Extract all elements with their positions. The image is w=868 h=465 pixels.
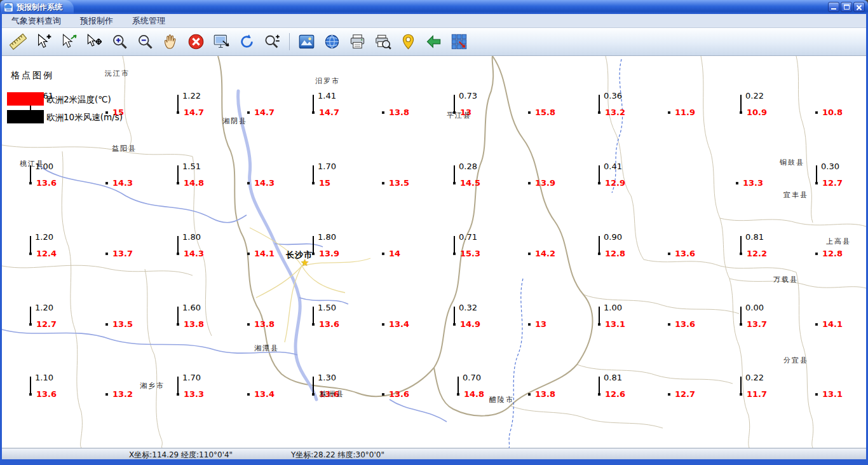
wind-barb-icon bbox=[599, 95, 600, 113]
restore-button[interactable] bbox=[841, 2, 852, 12]
wind-barb-icon bbox=[30, 377, 31, 394]
globe-tool-button[interactable] bbox=[321, 31, 342, 53]
station-dot-icon bbox=[668, 393, 670, 396]
wind-barb-icon bbox=[740, 236, 742, 254]
menu-item-weather-data-query[interactable]: 气象资料查询 bbox=[2, 15, 71, 27]
print-preview-tool-button[interactable] bbox=[372, 31, 393, 53]
temperature-value: 10.9 bbox=[747, 108, 767, 117]
wind-speed-value: 1.51 bbox=[182, 162, 201, 171]
map-canvas[interactable]: 沅江市汨罗市湘阴县平江县益阳县桃江县铜鼓县宜丰县上高县万载县长沙市湘潭县湘乡市株… bbox=[2, 56, 866, 448]
window-title: 预报制作系统 bbox=[17, 2, 62, 13]
wind-speed-value: 0.71 bbox=[459, 232, 477, 242]
menubar: 气象资料查询预报制作系统管理 bbox=[2, 14, 866, 28]
zoom-out-tool-button[interactable] bbox=[134, 31, 156, 53]
map-label-county: 醴陵市 bbox=[489, 395, 514, 405]
move-tool-icon bbox=[86, 33, 103, 50]
temperature-value: 13.3 bbox=[743, 178, 763, 188]
status-y-coordinate: Y坐标:28.22 纬度:30°0'0" bbox=[291, 450, 384, 461]
nav-select-tool-icon bbox=[60, 33, 78, 50]
temperature-value: 13.3 bbox=[184, 389, 204, 399]
measure-tool-button[interactable] bbox=[7, 31, 29, 53]
wind-barb-icon bbox=[177, 236, 179, 254]
temperature-value: 14 bbox=[389, 249, 400, 258]
temperature-value: 11.7 bbox=[747, 389, 767, 399]
wind-speed-value: 0.22 bbox=[745, 373, 764, 382]
wind-speed-value: 0.70 bbox=[463, 373, 481, 382]
cancel-tool-button[interactable] bbox=[185, 31, 207, 53]
placemark-tool-button[interactable] bbox=[397, 31, 419, 53]
zoom-in-tool-icon bbox=[111, 33, 128, 50]
back-tool-button[interactable] bbox=[423, 31, 444, 53]
wind-barb-icon bbox=[177, 95, 179, 113]
temperature-value: 15.8 bbox=[535, 108, 555, 117]
map-label-county: 株洲县 bbox=[320, 389, 344, 399]
temperature-value: 13.8 bbox=[535, 389, 555, 399]
station-dot-icon bbox=[815, 393, 818, 396]
measure-tool-icon bbox=[10, 33, 27, 50]
legend-title: 格点图例 bbox=[11, 70, 54, 81]
temperature-value: 13.9 bbox=[319, 249, 339, 258]
cancel-tool-icon bbox=[187, 33, 205, 50]
legend-swatch-1 bbox=[7, 110, 44, 123]
wind-barb-icon bbox=[454, 165, 455, 183]
pan-tool-button[interactable] bbox=[159, 31, 181, 53]
temperature-value: 13.8 bbox=[389, 108, 409, 117]
wind-barb-icon bbox=[177, 307, 179, 324]
close-button[interactable] bbox=[853, 2, 865, 12]
temperature-value: 13.6 bbox=[675, 319, 695, 329]
move-tool-button[interactable] bbox=[83, 31, 105, 53]
temperature-value: 14.7 bbox=[319, 108, 339, 117]
wind-barb-icon bbox=[313, 236, 314, 254]
temperature-value: 14.7 bbox=[184, 108, 204, 117]
map-label-county: 分宜县 bbox=[783, 356, 808, 365]
nav-select-tool-button[interactable] bbox=[58, 31, 79, 53]
temperature-value: 13.8 bbox=[254, 319, 275, 329]
map-label-county: 汨罗市 bbox=[315, 76, 340, 86]
minimize-button[interactable] bbox=[828, 2, 839, 12]
station-dot-icon bbox=[528, 323, 531, 326]
temperature-value: 13.4 bbox=[389, 319, 409, 329]
menu-item-system-management[interactable]: 系统管理 bbox=[123, 15, 175, 27]
temperature-value: 10.8 bbox=[822, 108, 843, 117]
grid-data-tool-button[interactable] bbox=[448, 31, 470, 53]
map-label-county: 湘潭县 bbox=[254, 344, 279, 353]
wind-barb-icon bbox=[740, 95, 742, 113]
station-dot-icon bbox=[382, 393, 384, 396]
station-dot-icon bbox=[815, 111, 818, 114]
map-label-county: 湘乡市 bbox=[140, 381, 165, 391]
select-tool-icon bbox=[35, 33, 52, 50]
zoom-scale-tool-button[interactable] bbox=[261, 31, 283, 53]
station-dot-icon bbox=[528, 111, 531, 114]
station-dot-icon bbox=[382, 253, 384, 255]
wind-speed-value: 1.60 bbox=[182, 303, 201, 312]
snapshot-tool-button[interactable] bbox=[210, 31, 232, 53]
menu-item-forecast-production[interactable]: 预报制作 bbox=[71, 15, 123, 27]
station-dot-icon bbox=[528, 253, 531, 255]
map-label-county: 铜鼓县 bbox=[780, 158, 804, 167]
wind-speed-value: 0.32 bbox=[459, 303, 477, 312]
wind-speed-value: 0.36 bbox=[604, 91, 622, 101]
temperature-value: 12.8 bbox=[605, 249, 625, 258]
toolbar-separator bbox=[289, 33, 290, 50]
legend-swatch-0 bbox=[7, 92, 44, 106]
station-dot-icon bbox=[382, 111, 384, 114]
print-tool-button[interactable] bbox=[346, 31, 368, 53]
refresh-tool-button[interactable] bbox=[236, 31, 257, 53]
export-image-tool-button[interactable] bbox=[295, 31, 317, 53]
wind-speed-value: 1.20 bbox=[35, 303, 53, 312]
station-dot-icon bbox=[105, 323, 108, 326]
wind-barb-icon bbox=[599, 165, 600, 183]
wind-barb-icon bbox=[30, 307, 31, 324]
wind-speed-value: 0.30 bbox=[821, 162, 839, 171]
temperature-value: 13.5 bbox=[112, 319, 133, 329]
wind-speed-value: 1.30 bbox=[318, 373, 336, 382]
station-dot-icon bbox=[247, 111, 250, 114]
titlebar[interactable]: 预报制作系统 bbox=[0, 0, 868, 14]
wind-speed-value: 0.00 bbox=[745, 303, 764, 312]
zoom-in-tool-button[interactable] bbox=[109, 31, 130, 53]
station-dot-icon bbox=[105, 182, 108, 184]
temperature-value: 15 bbox=[319, 178, 330, 188]
wind-speed-value: 1.80 bbox=[182, 232, 201, 242]
select-tool-button[interactable] bbox=[32, 31, 54, 53]
status-x-coordinate: X坐标:114.29 经度:110°0'4" bbox=[129, 450, 233, 461]
